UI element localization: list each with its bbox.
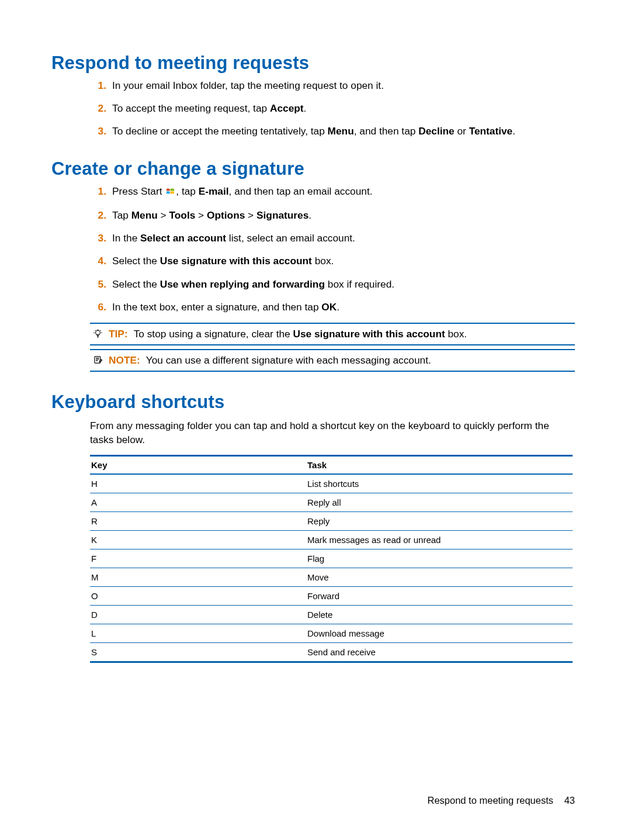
- table-row: RReply: [90, 512, 573, 531]
- list-item: 5.Select the Use when replying and forwa…: [93, 277, 575, 292]
- item-number: 3.: [93, 231, 106, 246]
- tip-row: TIP: To stop using a signature, clear th…: [90, 323, 575, 345]
- list-item: 1.In your email Inbox folder, tap the me…: [93, 78, 575, 93]
- footer-title: Respond to meeting requests: [427, 795, 553, 806]
- item-number: 5.: [93, 277, 106, 292]
- key-cell: K: [90, 531, 306, 549]
- task-cell: Download message: [306, 624, 573, 643]
- table-row: MMove: [90, 568, 573, 587]
- svg-point-0: [95, 330, 100, 335]
- item-number: 6.: [93, 300, 106, 314]
- key-cell: H: [90, 474, 306, 493]
- task-cell: Mark messages as read or unread: [306, 531, 573, 549]
- key-cell: M: [90, 568, 306, 587]
- list-item: 2.Tap Menu > Tools > Options > Signature…: [93, 208, 575, 223]
- table-row: LDownload message: [90, 624, 573, 643]
- table-row: AReply all: [90, 493, 573, 512]
- table-row: HList shortcuts: [90, 474, 573, 493]
- heading-shortcuts: Keyboard shortcuts: [51, 392, 575, 413]
- tip-text: To stop using a signature, clear the Use…: [134, 328, 569, 340]
- shortcuts-tbody: HList shortcutsAReply allRReplyKMark mes…: [90, 474, 573, 662]
- note-row: NOTE: You can use a different signature …: [90, 349, 575, 372]
- item-number: 3.: [93, 124, 106, 139]
- col-task: Task: [306, 456, 573, 475]
- item-text: To accept the meeting request, tap Accep…: [112, 102, 306, 114]
- item-text: In the Select an account list, select an…: [112, 232, 355, 244]
- note-label: NOTE:: [109, 354, 140, 367]
- table-header-row: Key Task: [90, 456, 573, 475]
- item-text: Press Start , tap E-mail, and then tap a…: [112, 185, 373, 197]
- item-text: Tap Menu > Tools > Options > Signatures.: [112, 209, 311, 221]
- key-cell: S: [90, 643, 306, 662]
- table-row: SSend and receive: [90, 643, 573, 662]
- page-footer: Respond to meeting requests 43: [427, 795, 575, 806]
- heading-signature: Create or change a signature: [51, 158, 575, 179]
- table-row: FFlag: [90, 549, 573, 568]
- item-text: In your email Inbox folder, tap the meet…: [112, 79, 384, 91]
- key-cell: A: [90, 493, 306, 512]
- windows-start-icon: [166, 185, 175, 200]
- col-key: Key: [90, 456, 306, 475]
- key-cell: O: [90, 587, 306, 606]
- list-item: 6.In the text box, enter a signature, an…: [93, 300, 575, 314]
- item-number: 2.: [93, 208, 106, 223]
- task-cell: Delete: [306, 606, 573, 624]
- footer-page-number: 43: [564, 795, 575, 806]
- item-text: Select the Use signature with this accou…: [112, 255, 334, 267]
- task-cell: Forward: [306, 587, 573, 606]
- task-cell: List shortcuts: [306, 474, 573, 493]
- page-body: Respond to meeting requests 1.In your em…: [0, 0, 631, 663]
- item-number: 1.: [93, 78, 106, 93]
- table-row: DDelete: [90, 606, 573, 624]
- list-item: 3.In the Select an account list, select …: [93, 231, 575, 246]
- key-cell: F: [90, 549, 306, 568]
- item-text: Select the Use when replying and forward…: [112, 278, 394, 290]
- task-cell: Reply: [306, 512, 573, 531]
- note-icon: [90, 354, 105, 365]
- table-row: KMark messages as read or unread: [90, 531, 573, 549]
- table-row: OForward: [90, 587, 573, 606]
- item-number: 2.: [93, 101, 106, 116]
- shortcuts-table: Key Task HList shortcutsAReply allRReply…: [90, 455, 573, 663]
- list-item: 4.Select the Use signature with this acc…: [93, 254, 575, 268]
- tip-label: TIP:: [109, 328, 128, 340]
- list-item: 1.Press Start , tap E-mail, and then tap…: [93, 184, 575, 200]
- item-number: 1.: [93, 184, 106, 199]
- list-respond: 1.In your email Inbox folder, tap the me…: [51, 78, 575, 139]
- task-cell: Send and receive: [306, 643, 573, 662]
- list-item: 3.To decline or accept the meeting tenta…: [93, 124, 575, 139]
- heading-respond: Respond to meeting requests: [51, 53, 575, 74]
- list-signature: 1.Press Start , tap E-mail, and then tap…: [51, 184, 575, 314]
- list-item: 2.To accept the meeting request, tap Acc…: [93, 101, 575, 116]
- item-text: In the text box, enter a signature, and …: [112, 301, 339, 313]
- shortcuts-intro: From any messaging folder you can tap an…: [90, 419, 575, 447]
- key-cell: R: [90, 512, 306, 531]
- task-cell: Flag: [306, 549, 573, 568]
- item-text: To decline or accept the meeting tentati…: [112, 125, 515, 137]
- note-text: You can use a different signature with e…: [146, 354, 569, 367]
- lightbulb-icon: [90, 328, 105, 338]
- key-cell: L: [90, 624, 306, 643]
- key-cell: D: [90, 606, 306, 624]
- task-cell: Move: [306, 568, 573, 587]
- item-number: 4.: [93, 254, 106, 268]
- task-cell: Reply all: [306, 493, 573, 512]
